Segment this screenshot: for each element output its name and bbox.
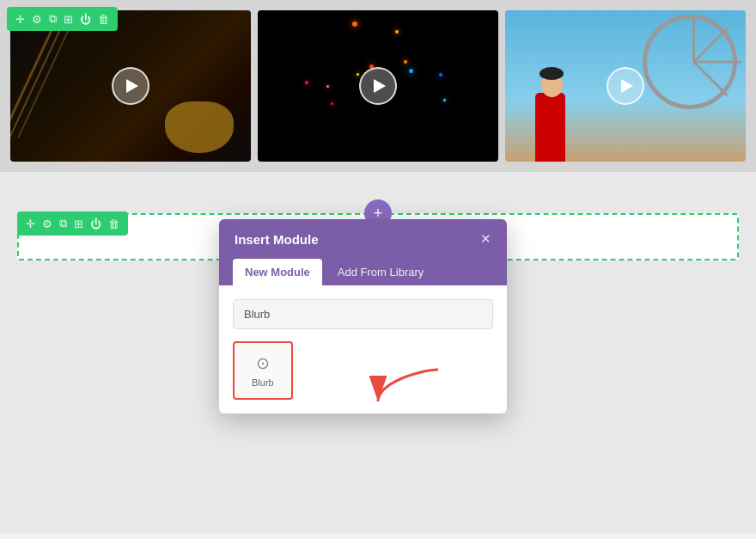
modal-close-button[interactable]: ✕ bbox=[480, 231, 491, 247]
grid-icon[interactable]: ⊞ bbox=[64, 13, 73, 26]
blurb-label: Blurb bbox=[252, 377, 274, 388]
power-icon[interactable]: ⏻ bbox=[80, 13, 91, 26]
play-button-guitar[interactable] bbox=[112, 67, 149, 105]
module-grid: ⊙ Blurb bbox=[233, 341, 493, 400]
module-trash-icon[interactable]: 🗑 bbox=[108, 217, 119, 230]
insert-module-modal: Insert Module ✕ New Module Add From Libr… bbox=[219, 219, 507, 413]
duplicate-icon[interactable]: ⧉ bbox=[49, 12, 57, 26]
module-toolbar: ✛ ⚙ ⧉ ⊞ ⏻ 🗑 bbox=[17, 211, 128, 236]
module-grid-icon[interactable]: ⊞ bbox=[74, 217, 83, 230]
module-power-icon[interactable]: ⏻ bbox=[90, 217, 101, 230]
video-cell-guitar bbox=[10, 10, 251, 162]
tab-new-module[interactable]: New Module bbox=[233, 259, 322, 285]
modal-tabs: New Module Add From Library bbox=[219, 259, 507, 285]
module-move-icon[interactable]: ✛ bbox=[26, 217, 35, 230]
module-settings-icon[interactable]: ⚙ bbox=[42, 217, 52, 230]
move-icon[interactable]: ✛ bbox=[15, 13, 25, 26]
play-button-fireworks[interactable] bbox=[359, 67, 397, 105]
top-toolbar: ✛ ⚙ ⧉ ⊞ ⏻ 🗑 bbox=[7, 7, 118, 31]
module-item-blurb[interactable]: ⊙ Blurb bbox=[233, 341, 293, 400]
video-cell-fireworks bbox=[258, 10, 498, 162]
blurb-icon: ⊙ bbox=[256, 353, 270, 373]
trash-icon[interactable]: 🗑 bbox=[98, 13, 109, 26]
video-cell-ferris bbox=[505, 10, 746, 162]
settings-icon[interactable]: ⚙ bbox=[32, 13, 42, 26]
module-search-input[interactable] bbox=[233, 299, 493, 329]
modal-body: ⊙ Blurb bbox=[219, 285, 507, 413]
module-duplicate-icon[interactable]: ⧉ bbox=[59, 217, 67, 230]
tab-add-from-library[interactable]: Add From Library bbox=[326, 259, 436, 285]
modal-header: Insert Module ✕ bbox=[219, 219, 507, 259]
play-button-ferris[interactable] bbox=[607, 67, 644, 105]
modal-title: Insert Module bbox=[235, 232, 319, 247]
